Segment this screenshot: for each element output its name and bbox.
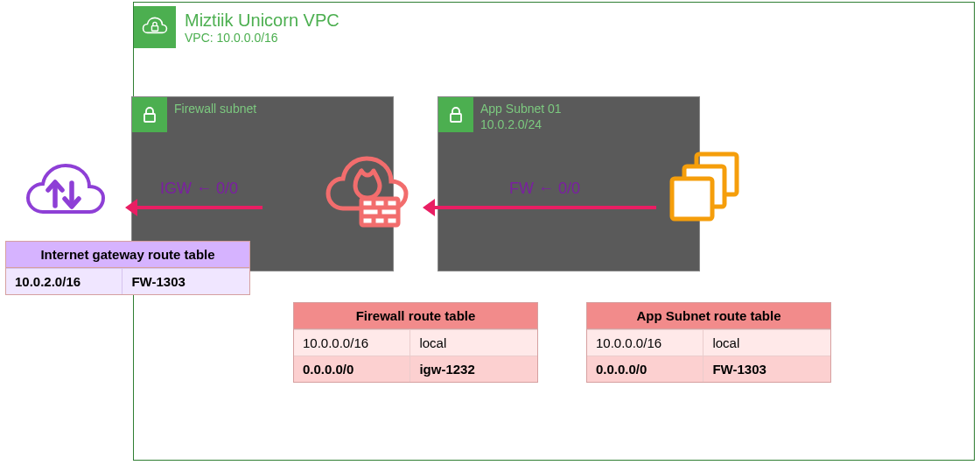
route-dest: 10.0.0.0/16 (294, 329, 410, 356)
svg-rect-13 (672, 179, 712, 219)
route-target: FW-1303 (122, 268, 249, 294)
table-row: 10.0.2.0/16 FW-1303 (6, 268, 249, 294)
svg-rect-1 (144, 114, 155, 122)
arrow-label: FW ← 0/0 (509, 180, 580, 198)
svg-rect-0 (151, 26, 158, 32)
route-table-title: Internet gateway route table (6, 242, 249, 268)
route-dest: 10.0.0.0/16 (587, 329, 704, 356)
arrow-fw-to-igw: IGW ← 0/0 (136, 206, 262, 209)
vpc-header: Miztiik Unicorn VPC VPC: 10.0.0.0/16 (134, 3, 346, 52)
vpc-title: Miztiik Unicorn VPC (185, 11, 340, 31)
arrow-app-to-fw: FW ← 0/0 (433, 206, 656, 209)
igw-route-table: Internet gateway route table 10.0.2.0/16… (5, 241, 250, 295)
arrow-label: IGW ← 0/0 (160, 180, 238, 198)
route-target: igw-1232 (410, 356, 537, 382)
route-target: local (704, 329, 830, 356)
lock-icon (132, 97, 167, 132)
firewall-subnet-label: Firewall subnet (174, 101, 256, 116)
cloud-lock-icon (134, 6, 176, 48)
lock-icon (438, 97, 473, 132)
svg-rect-2 (451, 114, 461, 122)
firewall-route-table: Firewall route table 10.0.0.0/16 local 0… (293, 302, 538, 383)
ec2-instances-icon (665, 149, 752, 228)
table-row: 10.0.0.0/16 local (294, 329, 537, 356)
subnet-header: Firewall subnet (132, 97, 393, 132)
table-row: 10.0.0.0/16 local (587, 329, 830, 356)
route-target: FW-1303 (704, 356, 830, 382)
internet-gateway-icon (18, 153, 114, 232)
table-row: 0.0.0.0/0 igw-1232 (294, 356, 537, 382)
app-subnet-label: App Subnet 01 (480, 101, 562, 116)
route-target: local (410, 329, 537, 356)
network-firewall-icon (319, 144, 416, 232)
table-row: 0.0.0.0/0 FW-1303 (587, 356, 830, 382)
app-subnet-cidr: 10.0.2.0/24 (480, 116, 562, 132)
route-dest: 10.0.2.0/16 (6, 268, 122, 294)
app-route-table: App Subnet route table 10.0.0.0/16 local… (586, 302, 831, 383)
route-table-title: Firewall route table (294, 303, 537, 329)
route-dest: 0.0.0.0/0 (294, 356, 410, 382)
route-table-title: App Subnet route table (587, 303, 830, 329)
route-dest: 0.0.0.0/0 (587, 356, 704, 382)
subnet-header: App Subnet 01 10.0.2.0/24 (438, 97, 699, 132)
vpc-cidr: VPC: 10.0.0.0/16 (185, 31, 340, 45)
